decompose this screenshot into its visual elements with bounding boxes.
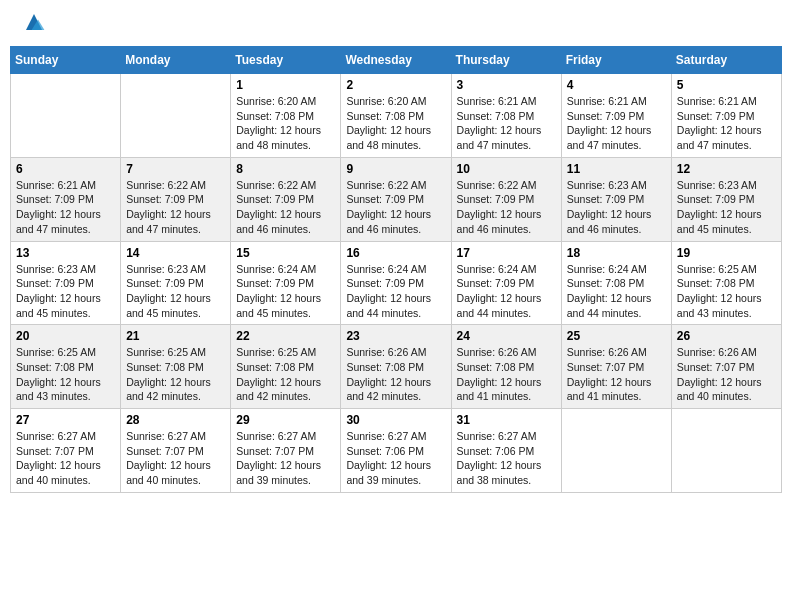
day-info: Sunrise: 6:24 AM Sunset: 7:08 PM Dayligh… bbox=[567, 262, 666, 321]
page-header bbox=[10, 10, 782, 38]
calendar-cell: 1Sunrise: 6:20 AM Sunset: 7:08 PM Daylig… bbox=[231, 74, 341, 158]
calendar-header-wednesday: Wednesday bbox=[341, 47, 451, 74]
calendar-cell: 14Sunrise: 6:23 AM Sunset: 7:09 PM Dayli… bbox=[121, 241, 231, 325]
day-number: 17 bbox=[457, 246, 556, 260]
day-number: 10 bbox=[457, 162, 556, 176]
day-number: 29 bbox=[236, 413, 335, 427]
calendar-cell: 17Sunrise: 6:24 AM Sunset: 7:09 PM Dayli… bbox=[451, 241, 561, 325]
calendar-cell: 22Sunrise: 6:25 AM Sunset: 7:08 PM Dayli… bbox=[231, 325, 341, 409]
day-info: Sunrise: 6:22 AM Sunset: 7:09 PM Dayligh… bbox=[346, 178, 445, 237]
day-number: 5 bbox=[677, 78, 776, 92]
day-info: Sunrise: 6:27 AM Sunset: 7:06 PM Dayligh… bbox=[346, 429, 445, 488]
calendar-cell: 9Sunrise: 6:22 AM Sunset: 7:09 PM Daylig… bbox=[341, 157, 451, 241]
day-info: Sunrise: 6:23 AM Sunset: 7:09 PM Dayligh… bbox=[567, 178, 666, 237]
day-info: Sunrise: 6:22 AM Sunset: 7:09 PM Dayligh… bbox=[457, 178, 556, 237]
day-info: Sunrise: 6:27 AM Sunset: 7:07 PM Dayligh… bbox=[126, 429, 225, 488]
day-number: 16 bbox=[346, 246, 445, 260]
day-number: 3 bbox=[457, 78, 556, 92]
calendar-week-row: 1Sunrise: 6:20 AM Sunset: 7:08 PM Daylig… bbox=[11, 74, 782, 158]
calendar-week-row: 20Sunrise: 6:25 AM Sunset: 7:08 PM Dayli… bbox=[11, 325, 782, 409]
calendar-week-row: 27Sunrise: 6:27 AM Sunset: 7:07 PM Dayli… bbox=[11, 409, 782, 493]
calendar-cell: 13Sunrise: 6:23 AM Sunset: 7:09 PM Dayli… bbox=[11, 241, 121, 325]
calendar-cell: 24Sunrise: 6:26 AM Sunset: 7:08 PM Dayli… bbox=[451, 325, 561, 409]
calendar-header-tuesday: Tuesday bbox=[231, 47, 341, 74]
calendar-header-friday: Friday bbox=[561, 47, 671, 74]
calendar-cell bbox=[11, 74, 121, 158]
day-number: 24 bbox=[457, 329, 556, 343]
day-info: Sunrise: 6:27 AM Sunset: 7:07 PM Dayligh… bbox=[16, 429, 115, 488]
day-info: Sunrise: 6:23 AM Sunset: 7:09 PM Dayligh… bbox=[16, 262, 115, 321]
logo-icon bbox=[22, 10, 46, 34]
calendar-cell: 6Sunrise: 6:21 AM Sunset: 7:09 PM Daylig… bbox=[11, 157, 121, 241]
calendar-cell: 21Sunrise: 6:25 AM Sunset: 7:08 PM Dayli… bbox=[121, 325, 231, 409]
day-info: Sunrise: 6:22 AM Sunset: 7:09 PM Dayligh… bbox=[236, 178, 335, 237]
day-info: Sunrise: 6:26 AM Sunset: 7:08 PM Dayligh… bbox=[457, 345, 556, 404]
calendar-cell: 30Sunrise: 6:27 AM Sunset: 7:06 PM Dayli… bbox=[341, 409, 451, 493]
calendar-week-row: 13Sunrise: 6:23 AM Sunset: 7:09 PM Dayli… bbox=[11, 241, 782, 325]
day-info: Sunrise: 6:27 AM Sunset: 7:07 PM Dayligh… bbox=[236, 429, 335, 488]
calendar-cell: 20Sunrise: 6:25 AM Sunset: 7:08 PM Dayli… bbox=[11, 325, 121, 409]
calendar-header-sunday: Sunday bbox=[11, 47, 121, 74]
day-number: 31 bbox=[457, 413, 556, 427]
day-info: Sunrise: 6:25 AM Sunset: 7:08 PM Dayligh… bbox=[236, 345, 335, 404]
day-number: 26 bbox=[677, 329, 776, 343]
calendar-cell: 26Sunrise: 6:26 AM Sunset: 7:07 PM Dayli… bbox=[671, 325, 781, 409]
calendar-cell: 5Sunrise: 6:21 AM Sunset: 7:09 PM Daylig… bbox=[671, 74, 781, 158]
calendar-cell: 12Sunrise: 6:23 AM Sunset: 7:09 PM Dayli… bbox=[671, 157, 781, 241]
day-number: 12 bbox=[677, 162, 776, 176]
day-number: 6 bbox=[16, 162, 115, 176]
calendar-cell: 19Sunrise: 6:25 AM Sunset: 7:08 PM Dayli… bbox=[671, 241, 781, 325]
calendar-cell: 29Sunrise: 6:27 AM Sunset: 7:07 PM Dayli… bbox=[231, 409, 341, 493]
day-number: 7 bbox=[126, 162, 225, 176]
day-info: Sunrise: 6:21 AM Sunset: 7:09 PM Dayligh… bbox=[16, 178, 115, 237]
day-info: Sunrise: 6:20 AM Sunset: 7:08 PM Dayligh… bbox=[346, 94, 445, 153]
day-info: Sunrise: 6:21 AM Sunset: 7:09 PM Dayligh… bbox=[677, 94, 776, 153]
day-info: Sunrise: 6:20 AM Sunset: 7:08 PM Dayligh… bbox=[236, 94, 335, 153]
day-number: 15 bbox=[236, 246, 335, 260]
day-info: Sunrise: 6:26 AM Sunset: 7:07 PM Dayligh… bbox=[677, 345, 776, 404]
calendar-cell: 10Sunrise: 6:22 AM Sunset: 7:09 PM Dayli… bbox=[451, 157, 561, 241]
day-number: 27 bbox=[16, 413, 115, 427]
calendar-week-row: 6Sunrise: 6:21 AM Sunset: 7:09 PM Daylig… bbox=[11, 157, 782, 241]
day-number: 8 bbox=[236, 162, 335, 176]
logo bbox=[18, 14, 46, 34]
calendar-cell: 15Sunrise: 6:24 AM Sunset: 7:09 PM Dayli… bbox=[231, 241, 341, 325]
day-info: Sunrise: 6:23 AM Sunset: 7:09 PM Dayligh… bbox=[677, 178, 776, 237]
day-info: Sunrise: 6:24 AM Sunset: 7:09 PM Dayligh… bbox=[457, 262, 556, 321]
calendar-cell: 2Sunrise: 6:20 AM Sunset: 7:08 PM Daylig… bbox=[341, 74, 451, 158]
calendar-cell: 23Sunrise: 6:26 AM Sunset: 7:08 PM Dayli… bbox=[341, 325, 451, 409]
day-number: 21 bbox=[126, 329, 225, 343]
day-info: Sunrise: 6:25 AM Sunset: 7:08 PM Dayligh… bbox=[677, 262, 776, 321]
day-info: Sunrise: 6:25 AM Sunset: 7:08 PM Dayligh… bbox=[16, 345, 115, 404]
calendar-cell: 25Sunrise: 6:26 AM Sunset: 7:07 PM Dayli… bbox=[561, 325, 671, 409]
calendar-cell bbox=[671, 409, 781, 493]
calendar-cell: 16Sunrise: 6:24 AM Sunset: 7:09 PM Dayli… bbox=[341, 241, 451, 325]
calendar-header-saturday: Saturday bbox=[671, 47, 781, 74]
day-number: 20 bbox=[16, 329, 115, 343]
day-number: 4 bbox=[567, 78, 666, 92]
calendar-cell: 11Sunrise: 6:23 AM Sunset: 7:09 PM Dayli… bbox=[561, 157, 671, 241]
day-number: 13 bbox=[16, 246, 115, 260]
calendar-header-monday: Monday bbox=[121, 47, 231, 74]
day-info: Sunrise: 6:25 AM Sunset: 7:08 PM Dayligh… bbox=[126, 345, 225, 404]
day-number: 1 bbox=[236, 78, 335, 92]
day-info: Sunrise: 6:21 AM Sunset: 7:09 PM Dayligh… bbox=[567, 94, 666, 153]
day-number: 25 bbox=[567, 329, 666, 343]
day-info: Sunrise: 6:23 AM Sunset: 7:09 PM Dayligh… bbox=[126, 262, 225, 321]
day-number: 18 bbox=[567, 246, 666, 260]
calendar-table: SundayMondayTuesdayWednesdayThursdayFrid… bbox=[10, 46, 782, 493]
calendar-cell: 7Sunrise: 6:22 AM Sunset: 7:09 PM Daylig… bbox=[121, 157, 231, 241]
calendar-cell bbox=[121, 74, 231, 158]
day-info: Sunrise: 6:26 AM Sunset: 7:07 PM Dayligh… bbox=[567, 345, 666, 404]
day-number: 11 bbox=[567, 162, 666, 176]
day-number: 30 bbox=[346, 413, 445, 427]
day-info: Sunrise: 6:24 AM Sunset: 7:09 PM Dayligh… bbox=[236, 262, 335, 321]
day-number: 2 bbox=[346, 78, 445, 92]
calendar-cell bbox=[561, 409, 671, 493]
calendar-cell: 28Sunrise: 6:27 AM Sunset: 7:07 PM Dayli… bbox=[121, 409, 231, 493]
calendar-cell: 18Sunrise: 6:24 AM Sunset: 7:08 PM Dayli… bbox=[561, 241, 671, 325]
day-number: 14 bbox=[126, 246, 225, 260]
calendar-header-row: SundayMondayTuesdayWednesdayThursdayFrid… bbox=[11, 47, 782, 74]
day-number: 9 bbox=[346, 162, 445, 176]
day-info: Sunrise: 6:22 AM Sunset: 7:09 PM Dayligh… bbox=[126, 178, 225, 237]
